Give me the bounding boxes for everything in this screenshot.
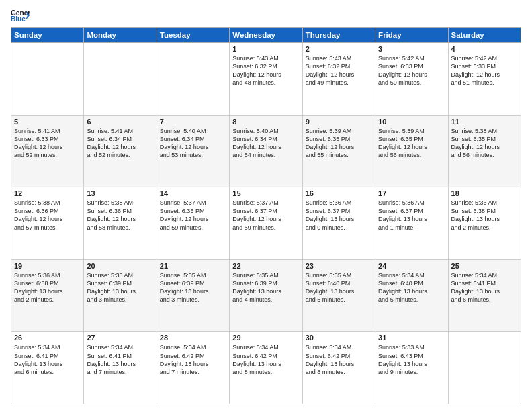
cell-text: Sunrise: 5:33 AM Sunset: 6:43 PM Dayligh… [378, 343, 445, 376]
cell-text: Sunrise: 5:37 AM Sunset: 6:37 PM Dayligh… [232, 199, 299, 232]
calendar-cell: 8Sunrise: 5:40 AM Sunset: 6:34 PM Daylig… [230, 115, 302, 187]
day-number: 13 [87, 189, 153, 197]
calendar-cell: 29Sunrise: 5:34 AM Sunset: 6:42 PM Dayli… [230, 332, 302, 404]
cell-text: Sunrise: 5:41 AM Sunset: 6:33 PM Dayligh… [14, 127, 81, 160]
calendar-cell: 30Sunrise: 5:34 AM Sunset: 6:42 PM Dayli… [302, 332, 375, 404]
day-number: 19 [14, 262, 81, 270]
calendar-cell: 23Sunrise: 5:35 AM Sunset: 6:40 PM Dayli… [302, 259, 375, 332]
cell-text: Sunrise: 5:36 AM Sunset: 6:38 PM Dayligh… [451, 199, 518, 232]
calendar-week: 12Sunrise: 5:38 AM Sunset: 6:36 PM Dayli… [11, 187, 521, 260]
cell-text: Sunrise: 5:38 AM Sunset: 6:36 PM Dayligh… [87, 199, 153, 232]
cell-text: Sunrise: 5:37 AM Sunset: 6:36 PM Dayligh… [160, 199, 226, 232]
calendar-week: 26Sunrise: 5:34 AM Sunset: 6:41 PM Dayli… [11, 332, 521, 404]
weekday-header: Wednesday [230, 28, 302, 43]
top-bar: General Blue [11, 8, 521, 23]
calendar-cell: 20Sunrise: 5:35 AM Sunset: 6:39 PM Dayli… [84, 259, 157, 332]
calendar-cell: 15Sunrise: 5:37 AM Sunset: 6:37 PM Dayli… [230, 187, 302, 260]
calendar-cell [448, 332, 521, 404]
calendar-week: 5Sunrise: 5:41 AM Sunset: 6:33 PM Daylig… [11, 115, 521, 187]
day-number: 6 [87, 118, 153, 126]
cell-text: Sunrise: 5:40 AM Sunset: 6:34 PM Dayligh… [232, 127, 299, 160]
cell-text: Sunrise: 5:36 AM Sunset: 6:38 PM Dayligh… [14, 271, 81, 304]
calendar-cell: 18Sunrise: 5:36 AM Sunset: 6:38 PM Dayli… [448, 187, 521, 260]
calendar-cell: 17Sunrise: 5:36 AM Sunset: 6:37 PM Dayli… [375, 187, 448, 260]
calendar-cell: 6Sunrise: 5:41 AM Sunset: 6:34 PM Daylig… [84, 115, 157, 187]
cell-text: Sunrise: 5:40 AM Sunset: 6:34 PM Dayligh… [160, 127, 226, 160]
day-number: 2 [306, 45, 372, 53]
calendar-cell: 3Sunrise: 5:42 AM Sunset: 6:33 PM Daylig… [375, 43, 448, 116]
day-number: 11 [451, 118, 518, 126]
weekday-header: Sunday [11, 28, 84, 43]
cell-text: Sunrise: 5:38 AM Sunset: 6:36 PM Dayligh… [14, 199, 81, 232]
cell-text: Sunrise: 5:35 AM Sunset: 6:40 PM Dayligh… [306, 271, 372, 304]
day-number: 18 [451, 189, 518, 197]
cell-text: Sunrise: 5:43 AM Sunset: 6:32 PM Dayligh… [232, 54, 299, 87]
day-number: 28 [160, 334, 226, 342]
logo-icon: General Blue [11, 8, 30, 23]
calendar-cell: 2Sunrise: 5:43 AM Sunset: 6:32 PM Daylig… [302, 43, 375, 116]
calendar-cell: 1Sunrise: 5:43 AM Sunset: 6:32 PM Daylig… [230, 43, 302, 116]
cell-text: Sunrise: 5:35 AM Sunset: 6:39 PM Dayligh… [160, 271, 226, 304]
day-number: 24 [378, 262, 445, 270]
day-number: 9 [306, 118, 372, 126]
page: General Blue SundayMondayTuesdayWednesda… [0, 0, 532, 411]
calendar-cell: 25Sunrise: 5:34 AM Sunset: 6:41 PM Dayli… [448, 259, 521, 332]
calendar: SundayMondayTuesdayWednesdayThursdayFrid… [11, 27, 521, 404]
day-number: 17 [378, 189, 445, 197]
day-number: 29 [232, 334, 299, 342]
calendar-week: 19Sunrise: 5:36 AM Sunset: 6:38 PM Dayli… [11, 259, 521, 332]
day-number: 14 [160, 189, 226, 197]
day-number: 4 [451, 45, 518, 53]
day-number: 5 [14, 118, 81, 126]
calendar-cell: 27Sunrise: 5:34 AM Sunset: 6:41 PM Dayli… [84, 332, 157, 404]
calendar-cell: 13Sunrise: 5:38 AM Sunset: 6:36 PM Dayli… [84, 187, 157, 260]
cell-text: Sunrise: 5:39 AM Sunset: 6:35 PM Dayligh… [306, 127, 372, 160]
day-number: 26 [14, 334, 81, 342]
calendar-cell [157, 43, 229, 116]
day-number: 20 [87, 262, 153, 270]
cell-text: Sunrise: 5:36 AM Sunset: 6:37 PM Dayligh… [378, 199, 445, 232]
calendar-cell: 10Sunrise: 5:39 AM Sunset: 6:35 PM Dayli… [375, 115, 448, 187]
cell-text: Sunrise: 5:34 AM Sunset: 6:41 PM Dayligh… [87, 343, 153, 376]
calendar-cell: 26Sunrise: 5:34 AM Sunset: 6:41 PM Dayli… [11, 332, 84, 404]
weekday-header: Thursday [302, 28, 375, 43]
weekday-header: Friday [375, 28, 448, 43]
calendar-cell: 31Sunrise: 5:33 AM Sunset: 6:43 PM Dayli… [375, 332, 448, 404]
day-number: 23 [306, 262, 372, 270]
cell-text: Sunrise: 5:42 AM Sunset: 6:33 PM Dayligh… [378, 54, 445, 87]
cell-text: Sunrise: 5:38 AM Sunset: 6:35 PM Dayligh… [451, 127, 518, 160]
calendar-cell: 12Sunrise: 5:38 AM Sunset: 6:36 PM Dayli… [11, 187, 84, 260]
day-number: 25 [451, 262, 518, 270]
cell-text: Sunrise: 5:34 AM Sunset: 6:40 PM Dayligh… [378, 271, 445, 304]
svg-text:Blue: Blue [11, 15, 26, 23]
weekday-header: Monday [84, 28, 157, 43]
day-number: 27 [87, 334, 153, 342]
header-row: SundayMondayTuesdayWednesdayThursdayFrid… [11, 28, 521, 43]
calendar-cell: 21Sunrise: 5:35 AM Sunset: 6:39 PM Dayli… [157, 259, 229, 332]
calendar-cell: 4Sunrise: 5:42 AM Sunset: 6:33 PM Daylig… [448, 43, 521, 116]
cell-text: Sunrise: 5:34 AM Sunset: 6:42 PM Dayligh… [160, 343, 226, 376]
cell-text: Sunrise: 5:34 AM Sunset: 6:41 PM Dayligh… [451, 271, 518, 304]
cell-text: Sunrise: 5:34 AM Sunset: 6:42 PM Dayligh… [232, 343, 299, 376]
cell-text: Sunrise: 5:35 AM Sunset: 6:39 PM Dayligh… [232, 271, 299, 304]
cell-text: Sunrise: 5:41 AM Sunset: 6:34 PM Dayligh… [87, 127, 153, 160]
cell-text: Sunrise: 5:35 AM Sunset: 6:39 PM Dayligh… [87, 271, 153, 304]
day-number: 8 [232, 118, 299, 126]
cell-text: Sunrise: 5:39 AM Sunset: 6:35 PM Dayligh… [378, 127, 445, 160]
calendar-cell: 5Sunrise: 5:41 AM Sunset: 6:33 PM Daylig… [11, 115, 84, 187]
calendar-cell: 11Sunrise: 5:38 AM Sunset: 6:35 PM Dayli… [448, 115, 521, 187]
cell-text: Sunrise: 5:34 AM Sunset: 6:42 PM Dayligh… [306, 343, 372, 376]
calendar-week: 1Sunrise: 5:43 AM Sunset: 6:32 PM Daylig… [11, 43, 521, 116]
calendar-cell: 9Sunrise: 5:39 AM Sunset: 6:35 PM Daylig… [302, 115, 375, 187]
calendar-cell: 14Sunrise: 5:37 AM Sunset: 6:36 PM Dayli… [157, 187, 229, 260]
weekday-header: Saturday [448, 28, 521, 43]
calendar-cell: 16Sunrise: 5:36 AM Sunset: 6:37 PM Dayli… [302, 187, 375, 260]
calendar-cell: 22Sunrise: 5:35 AM Sunset: 6:39 PM Dayli… [230, 259, 302, 332]
day-number: 3 [378, 45, 445, 53]
logo: General Blue [11, 8, 32, 23]
calendar-cell: 19Sunrise: 5:36 AM Sunset: 6:38 PM Dayli… [11, 259, 84, 332]
cell-text: Sunrise: 5:43 AM Sunset: 6:32 PM Dayligh… [306, 54, 372, 87]
day-number: 12 [14, 189, 81, 197]
calendar-cell [11, 43, 84, 116]
day-number: 10 [378, 118, 445, 126]
